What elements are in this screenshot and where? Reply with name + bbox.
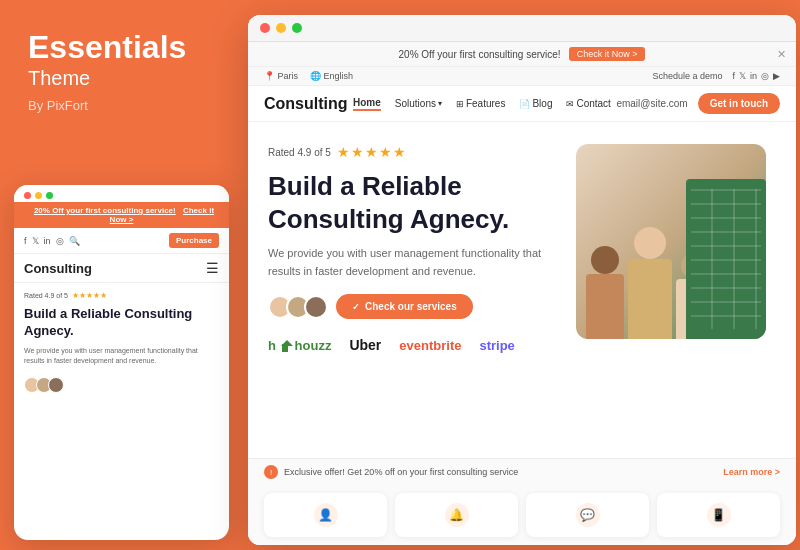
service-card-1: 👤 — [264, 493, 387, 537]
mobile-rating: Rated 4.9 of 5 ★★★★★ — [24, 291, 219, 300]
service-icon-2: 🔔 — [445, 503, 469, 527]
close-notif-icon[interactable]: ✕ — [777, 48, 786, 61]
location-paris: 📍 Paris — [264, 71, 298, 81]
notification-bar: 20% Off your first consulting service! C… — [248, 42, 796, 67]
nav-blog[interactable]: 📄 Blog — [519, 98, 552, 109]
yt-icon: ▶ — [773, 71, 780, 81]
brand-subtitle: Theme — [28, 67, 90, 90]
brand-by: By PixFort — [28, 98, 88, 113]
avatar-3 — [48, 377, 64, 393]
browser-mockup: 20% Off your first consulting service! C… — [248, 15, 796, 545]
features-icon: ⊞ — [456, 99, 464, 109]
hero-heading: Build a Reliable Consulting Agnecy. — [268, 170, 556, 235]
mobile-top-bar — [14, 185, 229, 202]
facebook-icon: f — [24, 236, 27, 246]
notif-text: 20% Off your first consulting service! — [399, 49, 561, 60]
hero-image-area — [576, 144, 776, 339]
fb-icon: f — [732, 71, 735, 81]
rating-text: Rated 4.9 of 5 — [268, 147, 331, 158]
check-now-button[interactable]: Check it Now > — [569, 47, 646, 61]
mobile-logo: Consulting — [24, 261, 92, 276]
mobile-banner: 20% Off your first consulting service! C… — [14, 202, 229, 228]
service-card-2: 🔔 — [395, 493, 518, 537]
contact-icon: ✉ — [566, 99, 574, 109]
linkedin-icon: in — [44, 236, 51, 246]
nav-features[interactable]: ⊞ Features — [456, 98, 505, 109]
mobile-social-icons: f 𝕏 in ◎ 🔍 — [24, 236, 80, 246]
ig-icon: ◎ — [761, 71, 769, 81]
hero-rating: Rated 4.9 of 5 ★★★★★ — [268, 144, 556, 160]
hero-avatars — [268, 295, 322, 319]
person-2 — [628, 227, 672, 339]
service-icon-3: 💬 — [576, 503, 600, 527]
hero-left: Rated 4.9 of 5 ★★★★★ Build a Reliable Co… — [268, 144, 556, 353]
nav-right: email@site.com Get in touch — [616, 93, 780, 114]
browser-dot-red — [260, 23, 270, 33]
svg-marker-1 — [281, 340, 293, 346]
hero-actions: Check our services — [268, 294, 556, 319]
nav-home[interactable]: Home — [353, 97, 381, 111]
mobile-dot-red — [24, 192, 31, 199]
mobile-dot-yellow — [35, 192, 42, 199]
search-icon[interactable]: 🔍 — [69, 236, 80, 246]
left-panel: Essentials Theme By PixFort 20% Off your… — [0, 0, 245, 550]
nav-links: Home Solutions ▾ ⊞ Features 📄 Blog ✉ Con… — [353, 97, 611, 111]
bottom-offer-bar: ! Exclusive offer! Get 20% off on your f… — [248, 458, 796, 485]
brand-title: Essentials — [28, 30, 186, 65]
get-in-touch-button[interactable]: Get in touch — [698, 93, 780, 114]
mobile-desc: We provide you with user management func… — [24, 346, 219, 367]
learn-more-link[interactable]: Learn more > — [723, 467, 780, 477]
hamburger-icon[interactable]: ☰ — [206, 260, 219, 276]
houzz-logo: houzz — [268, 338, 331, 353]
mobile-nav: f 𝕏 in ◎ 🔍 Purchase — [14, 228, 229, 254]
service-card-4: 📱 — [657, 493, 780, 537]
offer-icon: ! — [264, 465, 278, 479]
offer-text: Exclusive offer! Get 20% off on your fir… — [284, 467, 518, 477]
twitter-icon: 𝕏 — [32, 236, 39, 246]
check-services-button[interactable]: Check our services — [336, 294, 473, 319]
mobile-stars: ★★★★★ — [72, 291, 107, 300]
offer-left: ! Exclusive offer! Get 20% off on your f… — [264, 465, 518, 479]
blog-icon: 📄 — [519, 99, 530, 109]
mobile-mockup: 20% Off your first consulting service! C… — [14, 185, 229, 540]
location-bar: 📍 Paris 🌐 English Schedule a demo f 𝕏 in… — [248, 67, 796, 86]
schedule-demo[interactable]: Schedule a demo — [652, 71, 722, 81]
mobile-content: Rated 4.9 of 5 ★★★★★ Build a Reliable Co… — [14, 283, 229, 540]
mobile-heading: Build a Reliable Consulting Agnecy. — [24, 306, 219, 340]
chevron-down-icon: ▾ — [438, 99, 442, 108]
location-right: Schedule a demo f 𝕏 in ◎ ▶ — [652, 71, 780, 81]
service-icon-1: 👤 — [314, 503, 338, 527]
browser-dot-green — [292, 23, 302, 33]
eventbrite-logo: eventbrite — [399, 338, 461, 353]
service-cards-row: 👤 🔔 💬 📱 — [248, 485, 796, 545]
location-left: 📍 Paris 🌐 English — [264, 71, 353, 81]
brand-logos: houzz Uber eventbrite stripe — [268, 337, 556, 353]
uber-logo: Uber — [349, 337, 381, 353]
mobile-dot-green — [46, 192, 53, 199]
browser-content: 20% Off your first consulting service! C… — [248, 42, 796, 545]
nav-social-icons: f 𝕏 in ◎ ▶ — [732, 71, 780, 81]
browser-logo: Consulting — [264, 95, 348, 113]
browser-dot-yellow — [276, 23, 286, 33]
tw-icon: 𝕏 — [739, 71, 746, 81]
email-text: email@site.com — [616, 98, 687, 109]
hero-desc: We provide you with user management func… — [268, 245, 548, 280]
service-icon-4: 📱 — [707, 503, 731, 527]
service-card-3: 💬 — [526, 493, 649, 537]
browser-top-bar — [248, 15, 796, 42]
building-image — [686, 179, 766, 339]
hero-section: Rated 4.9 of 5 ★★★★★ Build a Reliable Co… — [248, 122, 796, 458]
hero-stars: ★★★★★ — [337, 144, 407, 160]
mobile-purchase-button[interactable]: Purchase — [169, 233, 219, 248]
location-lang: 🌐 English — [310, 71, 353, 81]
nav-solutions[interactable]: Solutions ▾ — [395, 98, 442, 109]
instagram-icon: ◎ — [56, 236, 64, 246]
person-1 — [586, 246, 624, 339]
hero-avatar-3 — [304, 295, 328, 319]
mobile-avatars — [24, 377, 219, 393]
hero-image-inner — [576, 144, 766, 339]
nav-contact[interactable]: ✉ Contact — [566, 98, 610, 109]
hero-image-card — [576, 144, 766, 339]
main-navigation: Consulting Home Solutions ▾ ⊞ Features 📄… — [248, 86, 796, 122]
stripe-logo: stripe — [479, 338, 514, 353]
